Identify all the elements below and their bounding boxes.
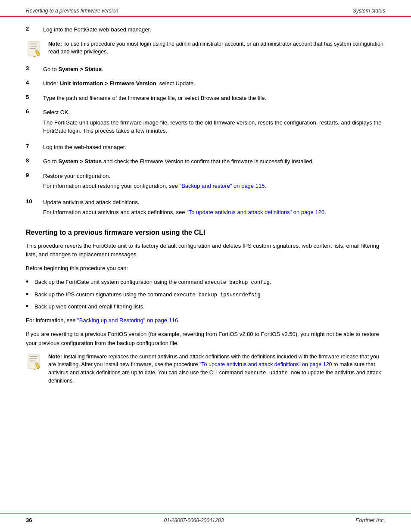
step-6: 6 Select OK. The FortiGate unit uploads … [26,108,385,137]
bullet-dot-3: • [26,302,34,311]
step-content-7: Log into the web-based manager. [43,143,385,152]
backup-restore-link[interactable]: "Backup and restore" on page 115 [180,183,265,189]
step-content-9: Restore your configuration. For informat… [43,172,385,192]
footer-page: 36 [26,517,32,523]
note-icon-1 [26,40,43,59]
step-number-5: 5 [26,94,43,100]
list-item: • Back up the FortiGate unit system conf… [26,278,385,287]
step-3: 3 Go to System > Status. [26,65,385,74]
before-para: Before beginning this procedure you can: [26,264,385,273]
step-number-3: 3 [26,65,43,72]
step-content-2: Log into the FortiGate web-based manager… [43,25,385,34]
for-info-para: For information, see "Backing up and Res… [26,316,385,325]
note-icon-2 [26,353,43,372]
pencil-icon [26,40,43,59]
revert-para: If you are reverting to a previous Forti… [26,330,385,347]
step-content-10: Update antivirus and attack definitions.… [43,198,385,218]
code-execute-update-now: execute update_now [244,370,300,376]
main-content: 2 Log into the FortiGate web-based manag… [0,17,411,404]
list-item: • Back up web content and email filterin… [26,302,385,311]
list-item: • Back up the IPS custom signatures usin… [26,290,385,299]
section-heading: Reverting to a previous firmware version… [26,229,385,236]
svg-rect-9 [30,358,37,359]
step-number-9: 9 [26,172,43,178]
step-number-8: 8 [26,157,43,164]
bullet-list: • Back up the FortiGate unit system conf… [26,278,385,311]
bullet-dot-2: • [26,290,34,299]
step-content-6: Select OK. The FortiGate unit uploads th… [43,108,385,137]
bullet-content-1: Back up the FortiGate unit system config… [34,278,385,287]
header-left: Reverting to a previous firmware version [26,8,118,14]
step-number-2: 2 [26,25,43,32]
step-content-4: Under Unit Information > Firmware Versio… [43,79,385,88]
step-8: 8 Go to System > Status and check the Fi… [26,157,385,166]
note2-label: Note: [48,354,62,360]
step-2: 2 Log into the FortiGate web-based manag… [26,25,385,34]
svg-rect-2 [30,46,37,47]
step-number-6: 6 [26,108,43,115]
step-9: 9 Restore your configuration. For inform… [26,172,385,192]
step-content-8: Go to System > Status and check the Firm… [43,157,385,166]
bullet-content-2: Back up the IPS custom signatures using … [34,290,385,299]
svg-rect-8 [30,356,37,357]
svg-rect-10 [30,361,36,361]
step-number-7: 7 [26,143,43,149]
section-intro: This procedure reverts the FortiGate uni… [26,242,385,259]
step-content-3: Go to System > Status. [43,65,385,74]
footer-doc: 01-28007-0068-20041203 [164,517,224,523]
bullet-dot-1: • [26,278,34,286]
backing-up-link[interactable]: "Backing up and Restoring" on page 116 [77,317,178,324]
code-execute-backup-ips: execute backup ipsuserdefsig [174,292,261,298]
antivirus-link-1[interactable]: "To update antivirus and attack definiti… [187,209,324,215]
step-10: 10 Update antivirus and attack definitio… [26,198,385,218]
svg-rect-3 [30,48,36,49]
pencil-icon-2 [26,353,43,371]
step-5: 5 Type the path and filename of the firm… [26,94,385,103]
svg-rect-1 [30,44,37,44]
page-footer: 36 01-28007-0068-20041203 Fortinet Inc. [0,513,411,523]
step-number-10: 10 [26,198,43,205]
note-text-1: Note: To use this procedure you must log… [48,40,385,56]
bullet-content-3: Back up web content and email filtering … [34,302,385,311]
footer-company: Fortinet Inc. [355,517,385,523]
note-box-2: Note: Installing firmware replaces the c… [26,353,385,385]
note-text-2: Note: Installing firmware replaces the c… [48,353,385,385]
antivirus-link-2[interactable]: "To update antivirus and attack definiti… [199,361,332,367]
note-box-1: Note: To use this procedure you must log… [26,40,385,59]
step-number-4: 4 [26,79,43,86]
code-execute-backup-config: execute backup config [205,280,270,286]
svg-marker-12 [33,369,36,370]
page: Reverting to a previous firmware version… [0,0,411,532]
svg-marker-5 [33,56,36,58]
note-content-1: To use this procedure you must login usi… [48,41,383,55]
step-4: 4 Under Unit Information > Firmware Vers… [26,79,385,88]
step-7: 7 Log into the web-based manager. [26,143,385,152]
header-right: System status [353,8,385,14]
page-header: Reverting to a previous firmware version… [0,0,411,17]
step-content-5: Type the path and filename of the firmwa… [43,94,385,103]
